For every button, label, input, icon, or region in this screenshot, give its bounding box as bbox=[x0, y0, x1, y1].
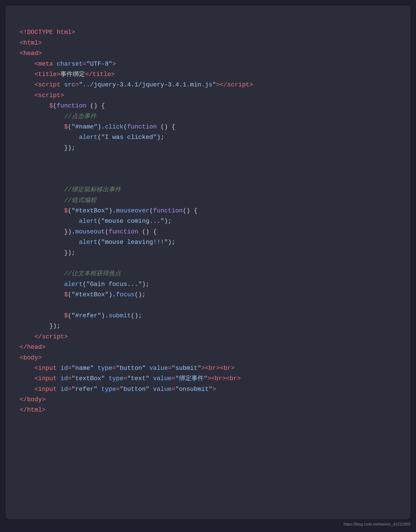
comment-focus: //让文本框获得焦点 bbox=[64, 270, 121, 277]
code-block: <!DOCTYPE html> <html> <head> <meta char… bbox=[20, 17, 396, 426]
html-open-tag: <html> bbox=[20, 40, 42, 47]
doctype-tag: <!DOCTYPE html> bbox=[20, 29, 75, 36]
script-src-tag: <script src="../jquery-3.4.1/jquery-3.4.… bbox=[35, 81, 253, 88]
title-close: </title> bbox=[85, 71, 115, 78]
code-container: <!DOCTYPE html> <html> <head> <meta char… bbox=[6, 6, 410, 519]
comment-click: //点击事件 bbox=[64, 113, 96, 120]
footer-url: https://blog.csdn.net/weixin_43232955 bbox=[344, 522, 410, 526]
head-open-tag: <head> bbox=[20, 50, 42, 57]
script-open-tag: <script> bbox=[35, 92, 64, 99]
meta-tag: <meta charset="UTF-8"> bbox=[35, 61, 116, 68]
comment-mouseover: //绑定鼠标移出事件 bbox=[64, 186, 121, 193]
jquery-dollar: $ bbox=[49, 102, 53, 109]
footer: https://blog.csdn.net/weixin_43232955 bbox=[6, 519, 410, 526]
title-content: 事件绑定 bbox=[60, 71, 85, 78]
title-open: <title> bbox=[35, 71, 60, 78]
comment-chain: //链式编程 bbox=[64, 197, 96, 204]
